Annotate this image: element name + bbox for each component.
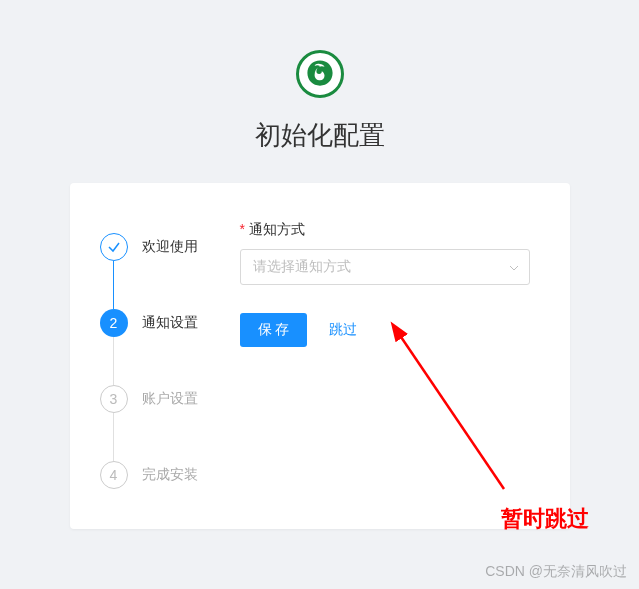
field-label: *通知方式: [240, 221, 530, 239]
step-label: 完成安装: [142, 466, 198, 484]
step-finish: 4 完成安装: [100, 461, 240, 489]
select-placeholder: 请选择通知方式: [253, 258, 351, 276]
notification-method-select[interactable]: 请选择通知方式: [240, 249, 530, 285]
steps-nav: 欢迎使用 2 通知设置 3 账户设置 4 完成安装: [100, 213, 240, 489]
annotation-text: 暂时跳过: [501, 504, 589, 534]
check-icon: [100, 233, 128, 261]
step-number: 3: [100, 385, 128, 413]
step-number: 4: [100, 461, 128, 489]
page-title: 初始化配置: [0, 118, 639, 153]
chevron-down-icon: [509, 260, 519, 274]
step-welcome: 欢迎使用: [100, 233, 240, 309]
skip-button[interactable]: 跳过: [329, 321, 357, 339]
step-label: 账户设置: [142, 390, 198, 408]
step-account: 3 账户设置: [100, 385, 240, 461]
save-button[interactable]: 保 存: [240, 313, 308, 347]
app-logo: [296, 50, 344, 98]
step-number: 2: [100, 309, 128, 337]
watermark: CSDN @无奈清风吹过: [485, 563, 627, 581]
step-notification: 2 通知设置: [100, 309, 240, 385]
step-label: 通知设置: [142, 314, 198, 332]
setup-card: 欢迎使用 2 通知设置 3 账户设置 4 完成安装 *通知方式 请选择通知: [70, 183, 570, 529]
required-mark: *: [240, 221, 245, 237]
step-label: 欢迎使用: [142, 238, 198, 256]
